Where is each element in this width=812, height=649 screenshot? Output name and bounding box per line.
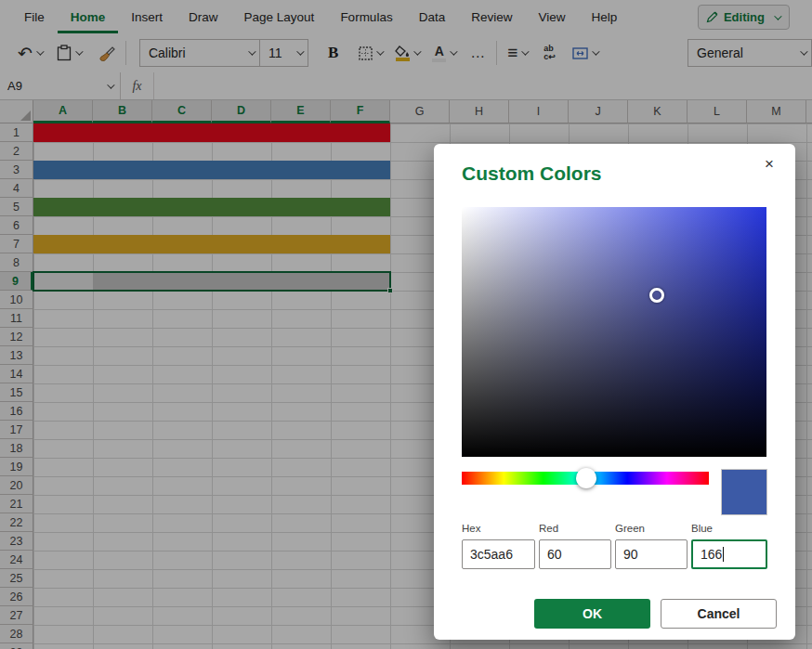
saturation-value-picker[interactable] (462, 207, 766, 457)
blue-field-group: Blue 166 (691, 523, 767, 569)
hue-slider-thumb[interactable] (576, 468, 596, 488)
custom-colors-dialog: Custom Colors × Hex 3c5aa6 Red 60 Green … (434, 144, 795, 640)
green-input[interactable]: 90 (615, 539, 688, 569)
red-input[interactable]: 60 (539, 539, 611, 569)
red-label: Red (539, 523, 611, 534)
blue-label: Blue (691, 523, 767, 534)
green-field-group: Green 90 (615, 523, 688, 569)
green-label: Green (615, 523, 688, 534)
blue-input[interactable]: 166 (691, 539, 767, 569)
dialog-title: Custom Colors (462, 162, 602, 185)
red-field-group: Red 60 (539, 523, 611, 569)
hex-input[interactable]: 3c5aa6 (462, 539, 535, 569)
color-picker-cursor[interactable] (649, 288, 664, 303)
text-caret (723, 547, 724, 562)
excel-app: File Home Insert Draw Page Layout Formul… (0, 0, 812, 649)
hex-label: Hex (462, 523, 535, 534)
cancel-button[interactable]: Cancel (661, 599, 777, 629)
ok-button[interactable]: OK (534, 599, 650, 629)
close-icon[interactable]: × (758, 153, 780, 175)
color-preview-swatch (721, 469, 767, 515)
hex-field-group: Hex 3c5aa6 (462, 523, 535, 569)
